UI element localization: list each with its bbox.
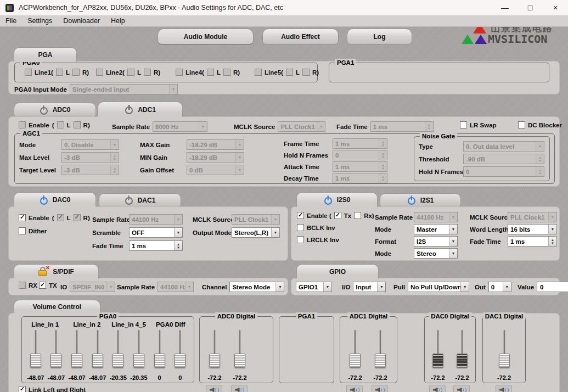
- mute-button[interactable]: [372, 385, 388, 392]
- slider-thumb[interactable]: [175, 354, 185, 368]
- menu-settings[interactable]: Settings: [22, 17, 58, 25]
- tab-dac1[interactable]: DAC1: [99, 193, 181, 207]
- volume-slider[interactable]: [87, 329, 108, 371]
- slider-thumb[interactable]: [113, 354, 123, 368]
- mute-button[interactable]: [429, 385, 446, 392]
- tab-audio-module[interactable]: Audio Module: [158, 29, 254, 44]
- volume-slider[interactable]: [66, 329, 87, 371]
- mute-button[interactable]: [453, 385, 470, 392]
- dropdown-arrow-icon[interactable]: ▼: [174, 228, 182, 237]
- tab-i2s0[interactable]: I2S0: [296, 192, 378, 207]
- dropdown-arrow-icon[interactable]: ▼: [449, 225, 457, 234]
- tab-pga[interactable]: PGA: [14, 47, 77, 62]
- slider-thumb[interactable]: [499, 354, 510, 368]
- dropdown-arrow-icon[interactable]: ▼: [460, 282, 469, 292]
- dropdown-arrow-icon[interactable]: ▼: [449, 249, 457, 258]
- volume-slider[interactable]: [149, 329, 170, 371]
- volume-slider[interactable]: [227, 329, 252, 371]
- tab-volume-control[interactable]: Volume Control: [14, 300, 100, 313]
- slider-thumb[interactable]: [154, 354, 165, 368]
- i2s-rx-checkbox[interactable]: ✓: [354, 212, 361, 219]
- tab-dac0[interactable]: DAC0: [14, 192, 96, 207]
- i2s-mode-select[interactable]: Master▼: [414, 224, 458, 234]
- tab-adc1[interactable]: ADC1: [98, 102, 183, 117]
- lr-swap-checkbox[interactable]: ✓: [460, 121, 467, 128]
- scramble-select[interactable]: OFF▼: [129, 227, 183, 238]
- gpio-pin-select[interactable]: GPIO1▼: [296, 282, 332, 292]
- volume-slider[interactable]: [108, 329, 129, 371]
- volume-slider[interactable]: [202, 329, 227, 371]
- slider-thumb[interactable]: [350, 354, 361, 368]
- channel-select[interactable]: Stereo Mode▼: [229, 282, 284, 292]
- slider-thumb[interactable]: [92, 354, 103, 368]
- volume-slider[interactable]: [342, 329, 368, 371]
- slider-thumb[interactable]: [209, 354, 220, 368]
- tab-adc0[interactable]: ADC0: [14, 103, 96, 117]
- minimize-button[interactable]: —: [492, 0, 518, 15]
- bclk-inv-checkbox[interactable]: ✓: [297, 224, 304, 231]
- maximize-button[interactable]: □: [518, 0, 543, 15]
- close-button[interactable]: ×: [543, 0, 568, 15]
- gpio-value-input[interactable]: 0: [537, 282, 568, 292]
- agc-legend: AGC1: [20, 130, 42, 137]
- volume-slider[interactable]: [128, 329, 149, 371]
- tab-spdif[interactable]: ✕ S/PDIF: [14, 264, 99, 278]
- volume-slider[interactable]: [450, 329, 474, 371]
- mute-button[interactable]: [231, 385, 248, 392]
- volume-slider[interactable]: [25, 329, 46, 371]
- output-mode-select[interactable]: Stereo(L,R)▼: [232, 227, 280, 238]
- mute-button[interactable]: [206, 385, 222, 392]
- i2s-tx-checkbox[interactable]: ✓: [334, 212, 341, 219]
- dac-fade-spinner[interactable]: 1 ms▲▼: [129, 240, 183, 251]
- i2s-fade-spinner[interactable]: 1 ms▲▼: [508, 236, 557, 247]
- link-left-right-checkbox[interactable]: ✓: [19, 386, 26, 392]
- volume-slider[interactable]: [485, 329, 523, 371]
- menu-downloader[interactable]: Downloader: [58, 17, 105, 25]
- i2s-format-select[interactable]: I2S▼: [414, 236, 458, 247]
- slider-thumb[interactable]: [432, 354, 443, 368]
- dropdown-arrow-icon[interactable]: ▼: [275, 282, 284, 292]
- spdif-tx-checkbox[interactable]: ✓: [39, 282, 46, 289]
- slider-thumb[interactable]: [234, 354, 245, 368]
- gpio-io-select[interactable]: Input▼: [353, 282, 386, 292]
- spinner-down-icon[interactable]: ▼: [551, 242, 554, 245]
- mute-button[interactable]: [346, 385, 363, 392]
- slider-thumb[interactable]: [50, 354, 61, 368]
- dropdown-arrow-icon[interactable]: ▼: [548, 225, 556, 234]
- tab-i2s1[interactable]: I2S1: [380, 193, 461, 207]
- volume-slider[interactable]: [426, 329, 450, 371]
- tab-log[interactable]: Log: [347, 29, 412, 44]
- dropdown-arrow-icon[interactable]: ▼: [503, 282, 511, 292]
- dc-blocker-checkbox[interactable]: ✓: [518, 121, 525, 128]
- tab-gpio[interactable]: GPIO: [296, 264, 379, 278]
- dropdown-arrow-icon[interactable]: ▼: [271, 228, 279, 237]
- slider-thumb[interactable]: [457, 354, 468, 368]
- slider-thumb[interactable]: [375, 354, 386, 368]
- line5-r-label: R): [312, 69, 319, 76]
- word-length-select[interactable]: 16 bits▼: [508, 224, 557, 234]
- tab-audio-effect[interactable]: Audio Effect: [262, 29, 339, 44]
- dropdown-arrow-icon[interactable]: ▼: [323, 282, 331, 292]
- i2s-channel-mode-select[interactable]: Stereo▼: [414, 248, 458, 259]
- i2s-enable-checkbox[interactable]: ✓: [297, 212, 304, 219]
- mute-button[interactable]: [496, 385, 512, 392]
- volume-slider[interactable]: [368, 329, 393, 371]
- dropdown-arrow-icon[interactable]: ▼: [377, 282, 385, 292]
- slider-thumb[interactable]: [71, 354, 82, 368]
- slider-thumb[interactable]: [133, 354, 144, 368]
- slider-thumb[interactable]: [30, 354, 41, 368]
- dac-enable-checkbox[interactable]: ✓: [19, 214, 26, 221]
- menu-file[interactable]: File: [0, 17, 22, 25]
- lrclk-inv-checkbox[interactable]: ✓: [297, 236, 304, 243]
- dropdown-arrow-icon[interactable]: ▼: [449, 237, 457, 246]
- gpio-out-select[interactable]: 0▼: [488, 282, 511, 292]
- gpio-pull-select[interactable]: No Pull Up/Down▼: [408, 282, 469, 292]
- dither-checkbox[interactable]: ✓: [19, 227, 26, 234]
- spinner-down-icon[interactable]: ▼: [177, 246, 180, 249]
- volume-slider[interactable]: [46, 329, 67, 371]
- menu-help[interactable]: Help: [105, 17, 131, 25]
- slider-value: -72.2: [368, 374, 393, 381]
- volume-slider[interactable]: [170, 329, 190, 371]
- i2s-mclk-label: MCLK Source: [470, 214, 505, 221]
- line4-r-label: R): [233, 69, 240, 76]
